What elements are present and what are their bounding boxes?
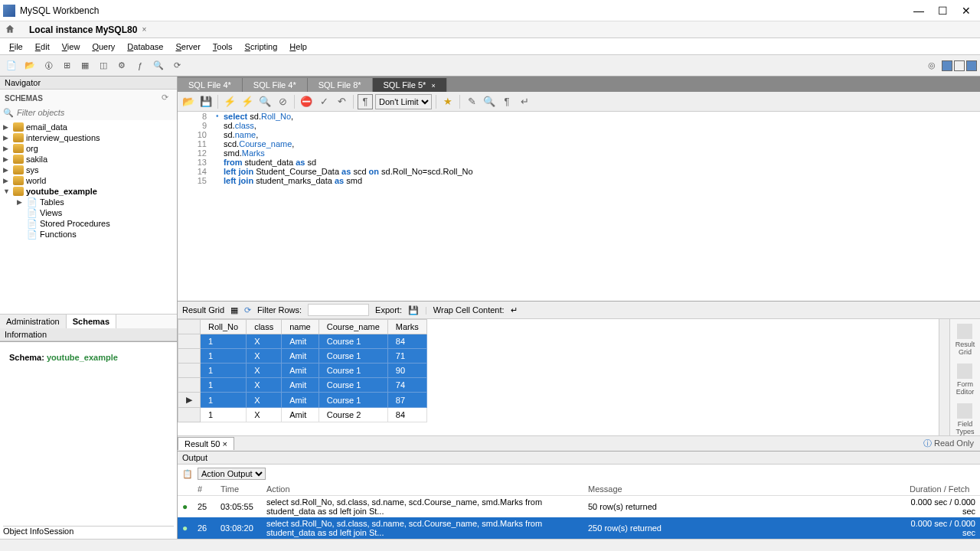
schema-child-functions[interactable]: 📄Functions (0, 229, 177, 240)
search-icon-button[interactable]: 🔍 (482, 94, 497, 109)
close-button[interactable]: ✕ (962, 5, 971, 17)
inspector-button[interactable]: 🛈 (40, 57, 57, 74)
menu-help[interactable]: Help (285, 41, 312, 53)
commit-button[interactable]: ✓ (316, 94, 332, 109)
schema-sakila[interactable]: ▶sakila (0, 154, 177, 165)
schema-tree[interactable]: ▶email_data▶interview_questions▶org▶saki… (0, 120, 177, 314)
output-icon[interactable]: 📋 (182, 469, 193, 479)
find-button[interactable]: ✎ (464, 94, 479, 109)
menu-file[interactable]: File (5, 41, 28, 53)
reconnect-button[interactable]: ⟳ (168, 57, 185, 74)
export-icon[interactable]: 💾 (408, 305, 419, 315)
col-Course_name[interactable]: Course_name (318, 320, 387, 334)
explain-button[interactable]: 🔍 (257, 94, 273, 109)
code-line-12[interactable]: 12 smd.Marks (178, 148, 980, 158)
col-name[interactable]: name (282, 320, 319, 334)
code-line-11[interactable]: 11 scd.Course_name, (178, 139, 980, 148)
schema-youtube_example[interactable]: ▼youtube_example (0, 186, 177, 197)
nav-tab-schemas[interactable]: Schemas (67, 315, 116, 328)
stop-button[interactable]: ⊘ (275, 94, 290, 109)
result-tab[interactable]: Result 50 × (178, 437, 234, 450)
save-file-button[interactable]: 💾 (198, 94, 214, 109)
col-Marks[interactable]: Marks (387, 320, 426, 334)
help-icon[interactable]: ◎ (923, 57, 940, 74)
new-view-button[interactable]: ◫ (95, 57, 112, 74)
code-line-14[interactable]: 14 left join Student_Course_Data as scd … (178, 167, 980, 176)
schema-world[interactable]: ▶world (0, 175, 177, 186)
schema-email_data[interactable]: ▶email_data (0, 122, 177, 132)
minimize-button[interactable]: — (913, 5, 924, 17)
info-tab-session[interactable]: Session (44, 527, 74, 536)
close-tab-icon[interactable]: × (142, 25, 146, 34)
file-tab-1[interactable]: SQL File 4* (243, 78, 308, 92)
menu-view[interactable]: View (57, 41, 85, 53)
filter-rows-input[interactable] (308, 304, 369, 316)
menu-tools[interactable]: Tools (208, 41, 237, 53)
log-row[interactable]: ●2603:08:20select sd.Roll_No, sd.class, … (178, 517, 980, 539)
side-field-types[interactable]: FieldTypes (956, 403, 974, 435)
menu-query[interactable]: Query (87, 41, 119, 53)
col-Roll_No[interactable]: Roll_No (201, 320, 247, 334)
output-type-select[interactable]: Action Output (198, 468, 266, 480)
wrap-toggle-icon[interactable]: ↵ (511, 305, 518, 315)
maximize-button[interactable]: ☐ (938, 5, 948, 17)
log-row[interactable]: ●2503:05:55select sd.Roll_No, sd.class, … (178, 496, 980, 518)
result-row[interactable]: 1XAmitCourse 284 (178, 408, 427, 422)
search-button[interactable]: 🔍 (150, 57, 167, 74)
new-schema-button[interactable]: ⊞ (58, 57, 75, 74)
menu-database[interactable]: Database (122, 41, 168, 53)
beautify-button[interactable]: ★ (440, 94, 456, 109)
schema-child-stored-procedures[interactable]: 📄Stored Procedures (0, 218, 177, 229)
limit-rows-select[interactable]: Don't Limit (375, 94, 432, 109)
toggle-output-button[interactable] (966, 60, 977, 71)
nav-tab-administration[interactable]: Administration (0, 315, 67, 328)
new-table-button[interactable]: ▦ (77, 57, 93, 74)
menu-scripting[interactable]: Scripting (240, 41, 283, 53)
schema-interview_questions[interactable]: ▶interview_questions (0, 132, 177, 143)
execute-current-button[interactable]: ⚡ (240, 94, 255, 109)
info-tab-object-info[interactable]: Object Info (3, 527, 44, 536)
new-sql-tab-button[interactable]: 📄 (3, 57, 20, 74)
code-line-8[interactable]: 8•select sd.Roll_No, (178, 112, 980, 121)
connection-tab[interactable]: Local instance MySQL80 (29, 24, 137, 35)
open-file-button[interactable]: 📂 (181, 94, 196, 109)
result-row[interactable]: 1XAmitCourse 171 (178, 349, 427, 364)
wrap-button[interactable]: ↵ (517, 94, 532, 109)
result-grid[interactable]: Roll_NoclassnameCourse_nameMarks1XAmitCo… (178, 319, 939, 435)
code-line-10[interactable]: 10 sd.name, (178, 130, 980, 139)
result-grid-icon[interactable]: ▦ (230, 305, 238, 315)
schema-org[interactable]: ▶org (0, 143, 177, 154)
schema-child-tables[interactable]: ▶📄Tables (0, 197, 177, 207)
result-row[interactable]: 1XAmitCourse 190 (178, 364, 427, 378)
execute-button[interactable]: ⚡ (222, 94, 237, 109)
toggle-sidebar-button[interactable] (942, 60, 952, 71)
side-form-editor[interactable]: FormEditor (956, 364, 975, 396)
rollback-button[interactable]: ↶ (334, 94, 349, 109)
schema-sys[interactable]: ▶sys (0, 165, 177, 175)
output-log-table[interactable]: #TimeActionMessageDuration / Fetch●2503:… (178, 483, 980, 539)
code-line-15[interactable]: 15 left join student_marks_data as smd (178, 176, 980, 185)
new-func-button[interactable]: ƒ (132, 57, 149, 74)
open-sql-button[interactable]: 📂 (21, 57, 38, 74)
toggle-whitespace-button[interactable]: ¶ (358, 94, 373, 109)
close-result-icon[interactable]: × (223, 439, 227, 448)
file-tab-0[interactable]: SQL File 4* (178, 78, 243, 92)
toggle-autocommit-button[interactable]: ⛔ (299, 94, 314, 109)
toggle-invisible-button[interactable]: ¶ (499, 94, 514, 109)
result-row[interactable]: ▶1XAmitCourse 187 (178, 393, 427, 408)
refresh-icon[interactable]: ⟳ (162, 93, 172, 103)
sql-editor[interactable]: 8•select sd.Roll_No,9 sd.class,10 sd.nam… (178, 112, 980, 301)
code-line-9[interactable]: 9 sd.class, (178, 121, 980, 130)
menu-server[interactable]: Server (171, 41, 204, 53)
menu-edit[interactable]: Edit (31, 41, 54, 53)
file-tab-3[interactable]: SQL File 5* × (373, 78, 447, 92)
schema-child-views[interactable]: 📄Views (0, 207, 177, 218)
home-icon[interactable] (5, 24, 17, 36)
refresh-results-icon[interactable]: ⟳ (244, 305, 251, 315)
code-line-13[interactable]: 13 from student_data as sd (178, 158, 980, 167)
scrollbar[interactable] (939, 319, 949, 435)
side-result-grid[interactable]: ResultGrid (956, 324, 975, 356)
new-proc-button[interactable]: ⚙ (113, 57, 130, 74)
result-row[interactable]: 1XAmitCourse 184 (178, 334, 427, 349)
result-row[interactable]: 1XAmitCourse 174 (178, 378, 427, 393)
